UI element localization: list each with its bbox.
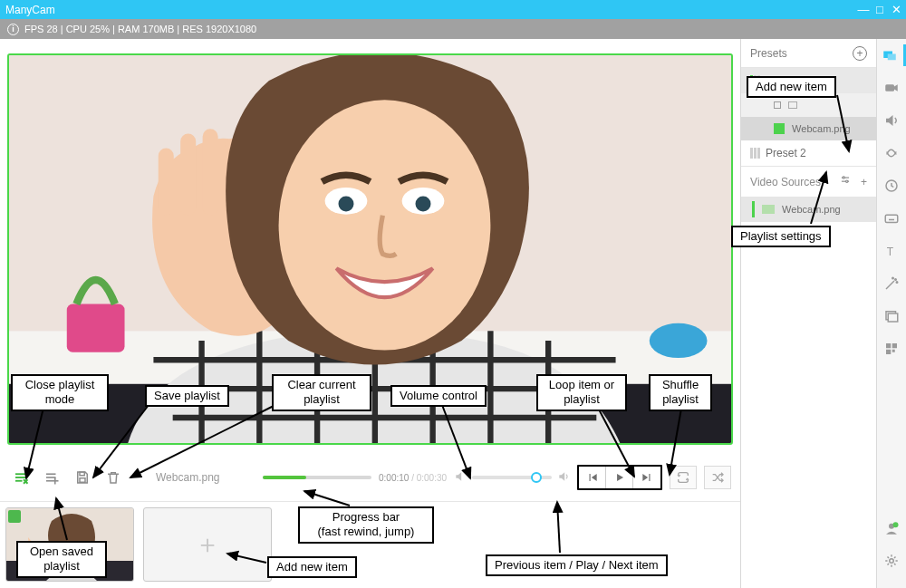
shuffle-button[interactable] — [704, 466, 731, 489]
open-playlist-button[interactable] — [40, 466, 63, 489]
layout-icon — [788, 101, 797, 109]
svg-rect-16 — [203, 129, 218, 216]
tab-gallery-icon[interactable] — [881, 305, 902, 327]
svg-rect-14 — [159, 148, 174, 215]
svg-point-40 — [843, 177, 844, 178]
preset-thumb-icon — [750, 75, 760, 86]
svg-rect-3 — [67, 304, 125, 352]
preset-thumb-icon — [750, 148, 760, 159]
svg-point-18 — [279, 100, 491, 350]
svg-point-23 — [650, 323, 708, 358]
app-title: ManyCam — [5, 4, 855, 16]
preset-item-2[interactable]: Preset 2 — [741, 140, 876, 166]
add-preset-button[interactable]: + — [853, 46, 867, 61]
loop-button[interactable] — [670, 466, 697, 489]
thumb-active-badge — [8, 510, 21, 523]
prev-button[interactable] — [579, 467, 606, 488]
svg-point-55 — [892, 277, 894, 279]
svg-point-63 — [892, 522, 898, 527]
title-bar: ManyCam — □ ✕ — [0, 0, 906, 19]
status-bar: i FPS 28 | CPU 25% | RAM 170MB | RES 192… — [0, 19, 906, 39]
tab-layers-icon[interactable] — [877, 44, 906, 66]
svg-rect-60 — [886, 350, 891, 354]
info-icon: i — [7, 24, 19, 35]
tab-audio-icon[interactable] — [881, 110, 902, 131]
add-thumb-button[interactable]: ＋ — [143, 507, 272, 582]
svg-rect-61 — [892, 350, 895, 352]
source-image-icon — [774, 123, 785, 134]
tab-keyboard-icon[interactable] — [881, 207, 902, 229]
preset-child-webcam[interactable]: Webcam.png — [741, 117, 876, 140]
time-elapsed: 0:00:10 / 0:00:30 — [379, 473, 447, 483]
thumb-item[interactable] — [5, 507, 134, 582]
svg-rect-34 — [80, 472, 84, 476]
status-text: FPS 28 | CPU 25% | RAM 170MB | RES 1920X… — [24, 24, 256, 34]
preset-child-layout[interactable] — [741, 93, 876, 117]
tab-camera-icon[interactable] — [881, 77, 902, 99]
svg-rect-57 — [888, 313, 898, 322]
svg-rect-58 — [886, 343, 891, 348]
tab-transitions-icon[interactable] — [881, 142, 902, 164]
close-playlist-button[interactable] — [9, 466, 33, 489]
volume-max-icon — [557, 470, 570, 486]
video-preview[interactable] — [7, 53, 733, 445]
tab-time-icon[interactable] — [881, 175, 902, 197]
tab-settings-icon[interactable] — [881, 550, 902, 572]
preset-item-1[interactable]: Preset 1 — [741, 68, 876, 93]
preview-illustration — [9, 55, 731, 443]
tab-effects-icon[interactable] — [881, 273, 902, 294]
svg-rect-15 — [180, 133, 196, 215]
svg-text:T: T — [887, 246, 894, 258]
thumb-illustration — [6, 508, 133, 581]
mute-icon[interactable] — [454, 470, 467, 486]
svg-point-22 — [415, 197, 430, 212]
tab-account-icon[interactable] — [881, 517, 902, 539]
playback-group — [577, 465, 662, 490]
svg-point-42 — [845, 180, 847, 182]
svg-point-53 — [895, 279, 897, 281]
close-window-button[interactable]: ✕ — [888, 3, 904, 16]
maximize-button[interactable]: □ — [872, 3, 888, 16]
presets-header: Presets + — [741, 39, 876, 68]
volume-slider[interactable] — [472, 476, 552, 479]
minimize-button[interactable]: — — [855, 3, 872, 16]
svg-point-54 — [896, 282, 898, 284]
next-button[interactable] — [633, 467, 660, 488]
svg-rect-44 — [888, 54, 896, 61]
right-toolbar: T — [877, 39, 906, 588]
source-active-tag — [752, 201, 755, 217]
svg-point-21 — [338, 197, 353, 212]
play-button[interactable] — [606, 467, 633, 488]
image-file-icon — [762, 205, 775, 214]
current-file-label: Webcam.png — [156, 471, 255, 484]
add-source-button[interactable]: + — [861, 176, 867, 188]
clear-playlist-button[interactable] — [101, 466, 125, 489]
svg-rect-35 — [80, 478, 85, 483]
video-source-item[interactable]: Webcam.png — [741, 197, 876, 222]
video-sources-header: Video Sources + — [741, 166, 876, 197]
progress-bar[interactable] — [263, 476, 371, 479]
playlist-settings-button[interactable] — [839, 174, 852, 189]
tab-text-icon[interactable]: T — [881, 240, 902, 262]
svg-rect-59 — [892, 343, 897, 348]
svg-rect-47 — [885, 215, 898, 222]
save-playlist-button[interactable] — [71, 466, 94, 489]
svg-rect-45 — [885, 84, 894, 92]
tab-grid-icon[interactable] — [881, 338, 902, 360]
svg-point-64 — [890, 559, 894, 564]
thumbnail-strip: ＋ — [0, 501, 740, 588]
plus-square-icon — [774, 101, 781, 109]
